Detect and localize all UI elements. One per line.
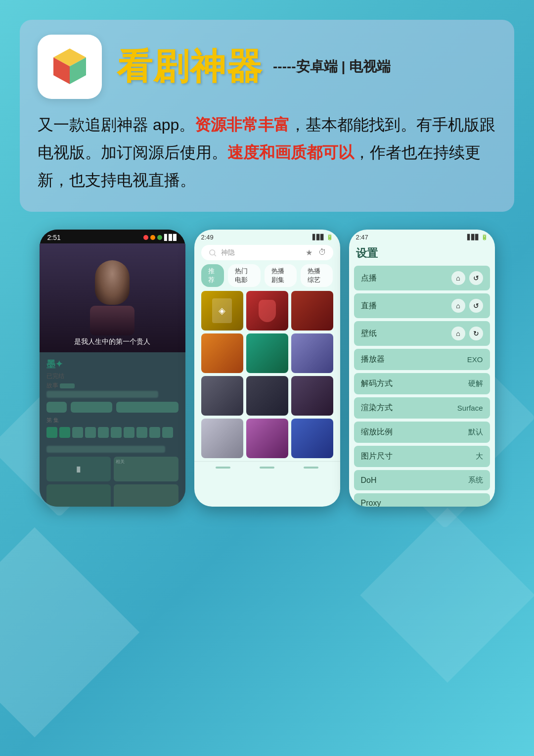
movie-item-8[interactable] xyxy=(246,376,288,416)
settings-value-4: EXO xyxy=(467,355,483,364)
settings-item-scale[interactable]: 缩放比例 默认 xyxy=(354,422,490,443)
movie-item-4[interactable] xyxy=(201,333,243,373)
settings-label-proxy: Proxy xyxy=(361,499,381,507)
home-icon-2[interactable]: ⌂ xyxy=(451,299,465,313)
search-actions: ★ ⏱ xyxy=(306,248,326,257)
video-person xyxy=(40,243,185,352)
settings-item-wallpaper[interactable]: 壁纸 ⌂ ↻ xyxy=(354,321,490,346)
star-icon[interactable]: ★ xyxy=(306,248,312,257)
movie-item-7[interactable] xyxy=(201,376,243,416)
ep-dot xyxy=(136,427,147,438)
phone2-nav xyxy=(194,461,340,472)
tab-recommend[interactable]: 推荐 xyxy=(201,264,224,287)
app-name: 看剧神器 xyxy=(117,43,263,91)
settings-item-decode[interactable]: 解码方式 硬解 xyxy=(354,373,490,394)
meta-blur-1 xyxy=(46,391,159,398)
ep-dot xyxy=(149,427,160,438)
ep-dot xyxy=(98,427,109,438)
movie-item-10[interactable] xyxy=(201,419,243,458)
settings-icons-3: ⌂ ↻ xyxy=(451,327,483,340)
mini-btn-2 xyxy=(71,402,112,413)
settings-label-2: 直播 xyxy=(361,301,377,311)
phone3-statusbar: 2:47 ▋▊▊ 🔋 xyxy=(349,230,495,243)
search-text: 神隐 xyxy=(221,248,302,257)
search-bar[interactable]: 神隐 ★ ⏱ xyxy=(201,245,333,260)
nav-dot-1 xyxy=(216,467,230,469)
app-logo xyxy=(38,35,102,99)
info-card: 看剧神器 -----安卓端 | 电视端 又一款追剧神器 app。资源非常丰富，基… xyxy=(20,20,514,212)
subtitle: 是我人生中的第一个贵人 xyxy=(40,337,185,346)
movie-item-12[interactable] xyxy=(291,419,333,458)
settings-item-imgsize[interactable]: 图片尺寸 大 xyxy=(354,446,490,467)
home-icon-3[interactable]: ⌂ xyxy=(451,327,465,340)
settings-icons-2: ⌂ ↺ xyxy=(451,299,483,313)
nav-dot-3 xyxy=(304,467,318,469)
ep-dot xyxy=(72,427,83,438)
settings-item-live[interactable]: 直播 ⌂ ↺ xyxy=(354,293,490,318)
settings-item-player[interactable]: 播放器 EXO xyxy=(354,349,490,370)
movie-item-2[interactable] xyxy=(246,291,288,331)
settings-icons-1: ⌂ ↺ xyxy=(451,271,483,285)
phone-video: 2:51 ▋▊▊ 是我人生中的第一个贵人 xyxy=(40,230,185,507)
history-icon-1[interactable]: ↺ xyxy=(469,271,483,285)
settings-value-9: 系统 xyxy=(468,475,483,485)
settings-label-6: 渲染方式 xyxy=(361,403,393,413)
tab-variety[interactable]: 热播综艺 xyxy=(301,264,333,287)
phone-browse: 2:49 ▋▊▊ 🔋 神隐 ★ ⏱ 推荐 xyxy=(194,230,340,507)
episode-dots xyxy=(46,427,178,438)
ep-dot xyxy=(46,427,57,438)
settings-item-vodplay[interactable]: 点播 ⌂ ↺ xyxy=(354,266,490,290)
settings-label-5: 解码方式 xyxy=(361,378,393,389)
btn-row xyxy=(46,402,178,413)
tab-movies[interactable]: 热门电影 xyxy=(228,264,260,287)
settings-label-8: 图片尺寸 xyxy=(361,451,393,462)
battery-3: 🔋 xyxy=(481,234,488,240)
mini-btn-1 xyxy=(46,402,67,413)
settings-title: 设置 xyxy=(349,243,495,266)
signal-text: ▋▊▊ xyxy=(164,234,178,241)
ep-dot xyxy=(111,427,122,438)
phone1-status-icons: ▋▊▊ xyxy=(143,234,178,241)
signal-icon: ▋▊▊ xyxy=(312,234,324,240)
desc-highlight-1: 资源非常丰富 xyxy=(195,116,290,134)
movie-item-6[interactable] xyxy=(291,333,333,373)
phone2-time: 2:49 xyxy=(201,234,214,241)
phone3-time: 2:47 xyxy=(356,234,368,241)
movie-grid: ◈ xyxy=(194,291,340,458)
app-title-area: 看剧神器 -----安卓端 | 电视端 xyxy=(117,43,496,91)
search-icon xyxy=(208,248,217,257)
battery-icon: 🔋 xyxy=(326,234,333,240)
settings-label-3: 壁纸 xyxy=(361,329,377,339)
history-icon-2[interactable]: ↺ xyxy=(469,299,483,313)
header-row: 看剧神器 -----安卓端 | 电视端 xyxy=(38,35,496,99)
spacer xyxy=(46,441,178,446)
refresh-icon-3[interactable]: ↻ xyxy=(469,327,483,340)
episode-label: 第 集 xyxy=(46,417,178,424)
thumb-1: ▐▌ xyxy=(46,457,111,481)
tab-dramas[interactable]: 热播剧集 xyxy=(265,264,297,287)
movie-item-1[interactable]: ◈ xyxy=(201,291,243,331)
thumb-3 xyxy=(46,484,111,507)
movie-item-3[interactable] xyxy=(291,291,333,331)
phone2-status-icons: ▋▊▊ 🔋 xyxy=(312,234,333,241)
settings-label-9: DoH xyxy=(361,476,377,485)
phone-settings: 2:47 ▋▊▊ 🔋 设置 点播 ⌂ ↺ xyxy=(349,230,495,507)
settings-value-8: 大 xyxy=(476,452,483,461)
history-icon[interactable]: ⏱ xyxy=(318,248,326,257)
settings-item-doh[interactable]: DoH 系统 xyxy=(354,470,490,490)
thumb-grid: ▐▌ 相关 xyxy=(46,457,178,507)
settings-label-1: 点播 xyxy=(361,273,377,284)
desc-highlight-2: 速度和画质都可以 xyxy=(227,143,354,161)
desc-text-1: 又一款追剧神器 app。 xyxy=(38,116,195,134)
show-title: 墨✦ xyxy=(46,358,178,370)
description: 又一款追剧神器 app。资源非常丰富，基本都能找到。有手机版跟电视版。加订阅源后… xyxy=(38,111,496,194)
home-icon-1[interactable]: ⌂ xyxy=(451,271,465,285)
settings-item-render[interactable]: 渲染方式 Surface xyxy=(354,397,490,419)
settings-item-proxy[interactable]: Proxy xyxy=(354,493,490,507)
movie-item-5[interactable] xyxy=(246,333,288,373)
phone2-statusbar: 2:49 ▋▊▊ 🔋 xyxy=(194,230,340,243)
ep-dot xyxy=(85,427,96,438)
movie-item-9[interactable] xyxy=(291,376,333,416)
phone1-info: 墨✦ 已完结 故事 第 集 xyxy=(40,352,185,507)
movie-item-11[interactable] xyxy=(246,419,288,458)
